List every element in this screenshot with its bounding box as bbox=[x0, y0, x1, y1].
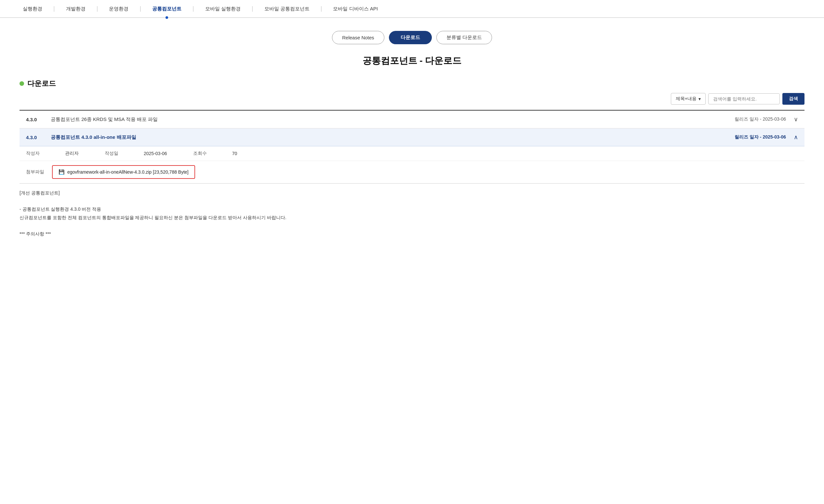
nav-item-mobile-common[interactable]: 모바일 공통컴포넌트 bbox=[254, 0, 319, 17]
nav-item-runtime[interactable]: 실행환경 bbox=[13, 0, 52, 17]
views-group: 조회수 70 bbox=[193, 150, 237, 157]
date-group: 작성일 2025-03-06 bbox=[105, 150, 167, 157]
green-dot-decoration bbox=[19, 81, 24, 86]
top-navigation: 실행환경 | 개발환경 | 운영환경 | 공통컴포넌트 | 모바일 실행환경 |… bbox=[0, 0, 824, 18]
row-1-desc: 공통컴포넌트 26종 KRDS 및 MSA 적용 배포 파일 bbox=[51, 116, 729, 123]
chevron-down-icon: ▾ bbox=[699, 96, 701, 101]
row-1-version: 4.3.0 bbox=[26, 117, 45, 122]
content-line-1: [개선 공통컴포넌트] bbox=[19, 189, 805, 197]
content-line-4: 신규컴포넌트를 포함한 전체 컴포넌트의 통합배포파일을 제공하니 필요하신 분… bbox=[19, 214, 805, 222]
download-button[interactable]: 다운로드 bbox=[389, 31, 432, 44]
nav-separator-6: | bbox=[319, 5, 324, 12]
nav-separator-1: | bbox=[52, 5, 56, 12]
file-name: egovframework-all-in-oneAllNew-4.3.0.zip… bbox=[67, 170, 189, 175]
content-line-6: *** 주의사항 *** bbox=[19, 230, 805, 238]
search-type-label: 제목+내용 bbox=[676, 96, 697, 102]
search-button[interactable]: 검색 bbox=[783, 93, 805, 105]
content-text: [개선 공통컴포넌트] - 공통컴포넌트 실행환경 4.3.0 버전 적용 신규… bbox=[19, 189, 805, 238]
nav-separator-3: | bbox=[138, 5, 142, 12]
search-bar: 제목+내용 ▾ 검색 bbox=[19, 93, 805, 105]
row-1-toggle[interactable]: ∨ bbox=[794, 116, 798, 123]
table-row-2[interactable]: 4.3.0 공통컴포넌트 4.3.0 all-in-one 배포파일 릴리즈 일… bbox=[19, 128, 805, 146]
file-icon: 💾 bbox=[59, 169, 65, 175]
nav-separator-2: | bbox=[95, 5, 100, 12]
row-1-date: 릴리즈 일자 - 2025-03-06 bbox=[735, 116, 786, 122]
detail-meta-row: 작성자 관리자 작성일 2025-03-06 조회수 70 bbox=[19, 146, 805, 161]
attachment-row: 첨부파일 💾 egovframework-all-in-oneAllNew-4.… bbox=[19, 161, 805, 183]
views-label: 조회수 bbox=[193, 150, 213, 157]
date-label: 작성일 bbox=[105, 150, 124, 157]
detail-section: 작성자 관리자 작성일 2025-03-06 조회수 70 첨부파일 💾 ego… bbox=[19, 146, 805, 184]
date-value: 2025-03-06 bbox=[144, 151, 167, 156]
section-title: 다운로드 bbox=[27, 79, 56, 88]
author-value: 관리자 bbox=[65, 150, 79, 157]
row-2-version: 4.3.0 bbox=[26, 135, 45, 140]
release-notes-button[interactable]: Release Notes bbox=[332, 31, 384, 44]
page-title: 공통컴포넌트 - 다운로드 bbox=[0, 55, 824, 67]
nav-item-mobile-runtime[interactable]: 모바일 실행환경 bbox=[195, 0, 250, 17]
attachment-box[interactable]: 💾 egovframework-all-in-oneAllNew-4.3.0.z… bbox=[52, 165, 195, 179]
row-2-toggle[interactable]: ∧ bbox=[794, 134, 798, 141]
categorized-download-button[interactable]: 분류별 다운로드 bbox=[436, 31, 492, 44]
table-row-1[interactable]: 4.3.0 공통컴포넌트 26종 KRDS 및 MSA 적용 배포 파일 릴리즈… bbox=[19, 111, 805, 128]
nav-separator-4: | bbox=[191, 5, 195, 12]
views-value: 70 bbox=[232, 151, 237, 156]
nav-item-common[interactable]: 공통컴포넌트 bbox=[142, 0, 191, 17]
attachment-label: 첨부파일 bbox=[26, 169, 45, 175]
download-table: 4.3.0 공통컴포넌트 26종 KRDS 및 MSA 적용 배포 파일 릴리즈… bbox=[19, 110, 805, 146]
author-label: 작성자 bbox=[26, 150, 45, 157]
search-type-select[interactable]: 제목+내용 ▾ bbox=[671, 93, 706, 105]
nav-item-ops[interactable]: 운영환경 bbox=[99, 0, 138, 17]
detail-group: 작성자 관리자 bbox=[26, 150, 79, 157]
search-input[interactable] bbox=[708, 93, 780, 104]
action-button-row: Release Notes 다운로드 분류별 다운로드 bbox=[0, 31, 824, 44]
row-2-desc[interactable]: 공통컴포넌트 4.3.0 all-in-one 배포파일 bbox=[51, 134, 729, 140]
content-line-3: - 공통컴포넌트 실행환경 4.3.0 버전 적용 bbox=[19, 205, 805, 213]
nav-separator-5: | bbox=[250, 5, 254, 12]
nav-item-dev[interactable]: 개발환경 bbox=[56, 0, 95, 17]
section-title-wrapper: 다운로드 bbox=[19, 79, 805, 88]
row-2-date: 릴리즈 일자 - 2025-03-06 bbox=[735, 134, 786, 140]
nav-item-mobile-api[interactable]: 모바일 디바이스 API bbox=[323, 0, 388, 17]
